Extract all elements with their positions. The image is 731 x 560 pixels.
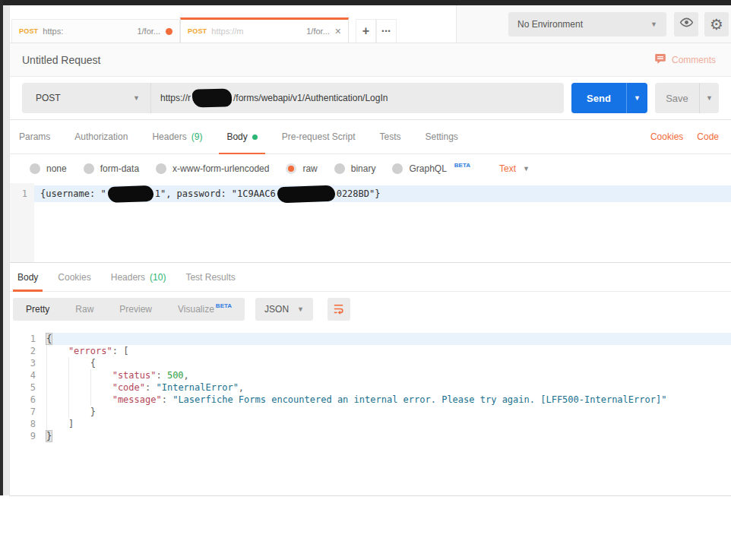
mode-label: form-data: [100, 163, 139, 174]
code-token: "code": [112, 382, 145, 393]
mode-label: binary: [351, 163, 376, 174]
left-gutter-strip: [3, 5, 9, 495]
send-options-button[interactable]: ▼: [626, 83, 647, 113]
save-options-button[interactable]: ▼: [699, 83, 719, 113]
header-bar: POSThttps:1/for...POSThttps://m1/for...×…: [10, 5, 731, 43]
tab-params[interactable]: Params: [17, 120, 52, 153]
request-title-row: Untitled Request Comments: [10, 43, 731, 77]
tab-count: (10): [150, 272, 166, 283]
code-line: 3{: [10, 357, 731, 369]
redaction-mark: [277, 185, 335, 203]
response-format-selector[interactable]: JSON ▼: [255, 298, 313, 321]
tab-tests[interactable]: Tests: [378, 120, 402, 153]
tab-label: Tests: [379, 131, 400, 142]
request-tab-list: ParamsAuthorizationHeaders(9)BodyPre-req…: [17, 120, 481, 153]
tab-label: Body: [226, 131, 247, 142]
code-line: 9}: [10, 430, 731, 442]
comments-button[interactable]: Comments: [654, 52, 716, 68]
settings-button[interactable]: ⚙: [704, 12, 729, 36]
body-mode-none[interactable]: none: [30, 163, 67, 174]
code-text: {username: ": [40, 188, 106, 199]
url-input[interactable]: https://r /forms/webapi/v1/Authenticatio…: [151, 83, 564, 113]
line-number: 9: [10, 430, 46, 442]
raw-type-selector[interactable]: Text▼: [499, 163, 530, 174]
editor-line: {username: "1", password: "1C9AAC60228BD…: [34, 185, 731, 202]
response-tab-body[interactable]: Body: [17, 263, 38, 291]
postman-window: POSThttps:1/for...POSThttps://m1/for...×…: [0, 0, 731, 560]
response-tab-cookies[interactable]: Cookies: [58, 263, 90, 291]
mode-label: x-www-form-urlencoded: [172, 163, 269, 174]
new-tab-button[interactable]: +: [356, 19, 376, 43]
tab-label: Headers: [152, 131, 186, 142]
beta-badge: BETA: [454, 162, 470, 169]
code-token: "Laserfiche Forms encountered an interna…: [172, 394, 666, 405]
request-tab[interactable]: POSThttps://m1/for...×: [180, 17, 349, 43]
window-top-bar: [0, 0, 731, 5]
mode-label: GraphQL: [409, 163, 446, 174]
body-mode-x-www-form-urlencoded[interactable]: x-www-form-urlencoded: [156, 163, 269, 174]
body-mode-GraphQL[interactable]: GraphQLBETA: [392, 163, 470, 174]
code-token: : [: [112, 346, 129, 356]
indent-guide: [46, 345, 68, 357]
line-number: 8: [10, 418, 46, 430]
tab-method-badge: POST: [188, 27, 207, 35]
tab-label: Cookies: [58, 272, 90, 283]
wrap-lines-button[interactable]: [328, 298, 350, 321]
view-raw[interactable]: Raw: [62, 304, 106, 315]
close-icon[interactable]: ×: [335, 26, 341, 36]
radio-icon: [286, 163, 296, 174]
environment-selector[interactable]: No Environment ▼: [508, 12, 666, 36]
page-title: Untitled Request: [22, 54, 101, 66]
tab-headers[interactable]: Headers(9): [150, 120, 204, 153]
chevron-down-icon: ▼: [523, 165, 530, 172]
body-mode-form-data[interactable]: form-data: [84, 163, 139, 174]
request-body-editor[interactable]: 1 {username: "1", password: "1C9AAC60228…: [10, 183, 731, 262]
code-token: ]: [68, 419, 74, 429]
body-mode-raw[interactable]: raw: [286, 163, 317, 174]
code-token: ,: [184, 370, 189, 381]
response-tab-test-results[interactable]: Test Results: [185, 263, 235, 291]
request-tab[interactable]: POSThttps:1/for...: [11, 19, 180, 43]
tab-options-button[interactable]: •••: [376, 19, 397, 43]
response-tab-headers[interactable]: Headers(10): [111, 263, 166, 291]
environment-quick-look-button[interactable]: [674, 12, 698, 36]
mode-label: none: [46, 163, 67, 174]
body-mode-binary[interactable]: binary: [334, 163, 376, 174]
response-view-switcher: PrettyRawPreviewVisualizeBETA: [13, 298, 245, 321]
view-visualize[interactable]: VisualizeBETA: [165, 304, 245, 315]
indent-guide: [46, 357, 68, 369]
tab-pre-request-script[interactable]: Pre-request Script: [280, 120, 357, 153]
line-number: 5: [10, 381, 46, 394]
code-link[interactable]: Code: [697, 131, 719, 142]
eye-icon: [679, 15, 694, 33]
method-selector[interactable]: POST ▼: [22, 83, 151, 113]
view-pretty[interactable]: Pretty: [13, 304, 62, 315]
cookies-link[interactable]: Cookies: [650, 131, 683, 142]
save-button[interactable]: Save: [655, 83, 699, 113]
line-number: 7: [10, 406, 46, 418]
tab-method-badge: POST: [19, 27, 38, 35]
code-line: 8]: [10, 418, 731, 430]
line-content: "errors": [: [46, 345, 128, 357]
view-label: Pretty: [26, 304, 49, 315]
response-body-viewer[interactable]: 1{2"errors": [3{4"status": 500,5"code": …: [10, 327, 731, 495]
tab-authorization[interactable]: Authorization: [73, 120, 129, 153]
format-label: JSON: [264, 304, 289, 315]
beta-badge: BETA: [216, 302, 232, 309]
request-tab-strip: POSThttps:1/for...POSThttps://m1/for...×…: [10, 5, 456, 43]
code-token: }: [90, 407, 96, 417]
code-line: 5"code": "InternalError",: [10, 381, 731, 394]
send-button[interactable]: Send: [571, 83, 626, 113]
gear-icon: ⚙: [710, 17, 723, 32]
radio-icon: [30, 163, 40, 174]
line-number: 4: [10, 369, 46, 381]
request-tabs-right: Cookies Code: [650, 131, 719, 142]
tab-body[interactable]: Body: [225, 120, 258, 153]
raw-type-label: Text: [499, 163, 516, 174]
line-content: ]: [46, 418, 74, 430]
unsaved-dot-icon: [166, 28, 172, 35]
view-label: Visualize: [178, 304, 214, 315]
line-content: }: [46, 406, 96, 418]
tab-settings[interactable]: Settings: [424, 120, 460, 153]
view-preview[interactable]: Preview: [106, 304, 165, 315]
